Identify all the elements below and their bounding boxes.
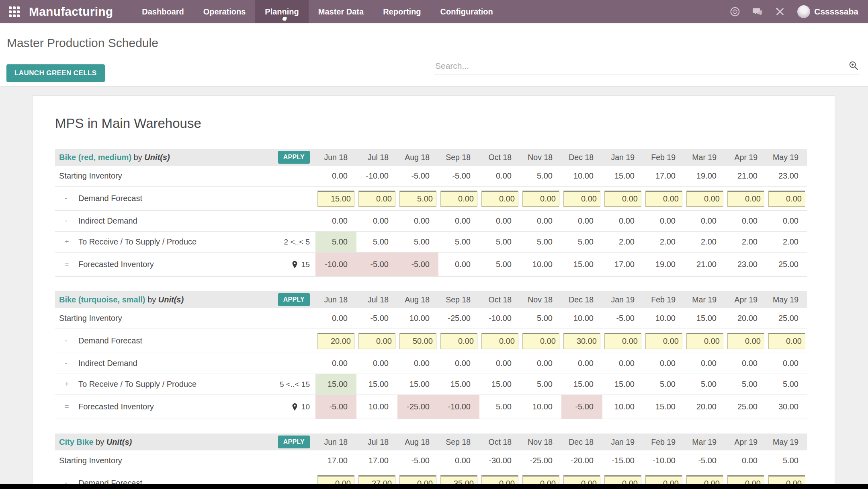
menu-item-master-data[interactable]: Master Data bbox=[309, 0, 373, 23]
apply-cell: APPLY bbox=[256, 293, 315, 306]
demand-forecast-input[interactable]: 0.00 bbox=[604, 333, 641, 349]
search-input[interactable] bbox=[434, 59, 859, 74]
demand-forecast-input[interactable]: 5.00 bbox=[399, 191, 436, 207]
menu-item-operations[interactable]: Operations bbox=[194, 0, 256, 23]
month-header-cell: Feb 19 bbox=[643, 438, 684, 447]
starting-value-cell: -5.00 bbox=[397, 450, 438, 471]
search-magnifier-icon[interactable] bbox=[848, 60, 859, 71]
launch-green-cells-button[interactable]: LAUNCH GREEN CELLS bbox=[6, 64, 105, 82]
product-header-row: Bike (turquoise, small) by Unit(s)APPLYJ… bbox=[55, 291, 807, 308]
to-receive-value-cell: 15.00 bbox=[438, 374, 479, 394]
messages-chat-icon[interactable] bbox=[752, 6, 763, 17]
forecasted-value-cell: 15.00 bbox=[561, 253, 602, 276]
replenish-range-indicator: 5 <..< 15 bbox=[280, 380, 310, 389]
starting-value-cell: -5.00 bbox=[356, 308, 397, 329]
app-title[interactable]: Manufacturing bbox=[29, 5, 113, 18]
indicator-cell: 15 bbox=[256, 253, 315, 276]
menu-item-reporting[interactable]: Reporting bbox=[373, 0, 430, 23]
activities-clock-icon[interactable] bbox=[730, 6, 740, 17]
demand-forecast-input[interactable]: 0.00 bbox=[481, 191, 518, 207]
product-header-row: Bike (red, medium) by Unit(s)APPLYJun 18… bbox=[55, 149, 807, 166]
demand-forecast-input[interactable]: 0.00 bbox=[686, 191, 723, 207]
indirect-value-cell: 0.00 bbox=[766, 353, 807, 374]
demand-forecast-input[interactable]: 20.00 bbox=[317, 333, 354, 349]
month-header-cell: Jun 18 bbox=[315, 153, 356, 162]
indirect-value-cell: 0.00 bbox=[643, 353, 684, 374]
demand-forecast-input[interactable]: 0.00 bbox=[768, 333, 805, 349]
product-name-link[interactable]: Bike (turquoise, small) bbox=[59, 295, 145, 304]
safety-stock-target: 10 bbox=[301, 403, 310, 411]
starting-value-cell: 15.00 bbox=[602, 166, 643, 186]
month-header-cell: Jan 19 bbox=[602, 153, 643, 162]
forecasted-value-cell: 20.00 bbox=[684, 395, 725, 419]
month-header-cell: May 19 bbox=[766, 295, 807, 304]
demand-forecast-input[interactable]: 0.00 bbox=[481, 333, 518, 349]
starting-value-cell: 21.00 bbox=[725, 166, 766, 186]
row-label-text: To Receive / To Supply / Produce bbox=[78, 380, 197, 389]
menu-item-configuration[interactable]: Configuration bbox=[431, 0, 503, 23]
indicator-cell bbox=[256, 329, 315, 353]
user-menu[interactable]: Csssssaba bbox=[797, 5, 858, 18]
row-label-text: Forecasted Inventory bbox=[78, 260, 154, 269]
indirect-value-cell: 0.00 bbox=[725, 353, 766, 374]
demand-forecast-input[interactable]: 50.00 bbox=[399, 333, 436, 349]
demand-forecast-input[interactable]: 30.00 bbox=[563, 333, 600, 349]
product-name-link[interactable]: City Bike bbox=[59, 438, 94, 446]
product-name-link[interactable]: Bike (red, medium) bbox=[59, 153, 131, 162]
demand-forecast-input[interactable]: 0.00 bbox=[727, 333, 764, 349]
to-receive-value-cell: 15.00 bbox=[479, 374, 520, 394]
product-unit: Unit(s) bbox=[106, 438, 132, 446]
demand-forecast-input[interactable]: 0.00 bbox=[440, 333, 477, 349]
month-header-cell: Sep 18 bbox=[438, 295, 479, 304]
apply-button[interactable]: APPLY bbox=[278, 293, 310, 306]
indirect-row: -Indirect Demand0.000.000.000.000.000.00… bbox=[55, 353, 807, 374]
starting-value-cell: 17.00 bbox=[356, 450, 397, 471]
demand-forecast-input[interactable]: 0.00 bbox=[522, 333, 559, 349]
demand-input-wrap: 20.00 bbox=[315, 329, 356, 353]
starting-value-cell: -5.00 bbox=[602, 308, 643, 329]
to-receive-value-cell: 5.00 bbox=[479, 232, 520, 252]
demand-forecast-input[interactable]: 0.00 bbox=[686, 333, 723, 349]
demand-forecast-input[interactable]: 0.00 bbox=[440, 191, 477, 207]
month-header-cell: Jul 18 bbox=[356, 153, 397, 162]
row-prefix: - bbox=[65, 194, 78, 203]
demand-forecast-input[interactable]: 0.00 bbox=[727, 191, 764, 207]
month-header-cell: Jun 18 bbox=[315, 438, 356, 447]
forecasted-value-cell: 15.00 bbox=[643, 395, 684, 419]
demand-forecast-input[interactable]: 0.00 bbox=[645, 333, 682, 349]
demand-input-wrap: 50.00 bbox=[397, 329, 438, 353]
forecasted-value-cell: -5.00 bbox=[315, 395, 356, 419]
starting-value-cell: 5.00 bbox=[520, 308, 561, 329]
starting-value-cell: -5.00 bbox=[397, 166, 438, 186]
menu-item-dashboard[interactable]: Dashboard bbox=[132, 0, 193, 23]
demand-forecast-input[interactable]: 0.00 bbox=[604, 191, 641, 207]
demand-forecast-input[interactable]: 0.00 bbox=[358, 333, 395, 349]
indirect-value-cell: 0.00 bbox=[438, 353, 479, 374]
forecasted-value-cell: 0.00 bbox=[438, 253, 479, 276]
row-label: =Forecasted Inventory bbox=[55, 253, 256, 276]
demand-row: -Demand Forecast15.000.005.000.000.000.0… bbox=[55, 187, 807, 211]
demand-input-wrap: 30.00 bbox=[561, 329, 602, 353]
apply-button[interactable]: APPLY bbox=[278, 436, 310, 448]
demand-forecast-input[interactable]: 0.00 bbox=[522, 191, 559, 207]
indicator-cell bbox=[256, 187, 315, 210]
by-label: by bbox=[96, 438, 104, 446]
indirect-row: -Indirect Demand0.000.000.000.000.000.00… bbox=[55, 211, 807, 232]
forecasted-value-cell: 10.00 bbox=[520, 253, 561, 276]
starting-value-cell: 0.00 bbox=[725, 450, 766, 471]
demand-forecast-input[interactable]: 15.00 bbox=[317, 191, 354, 207]
apps-grid-icon[interactable] bbox=[8, 6, 20, 18]
demand-forecast-input[interactable]: 0.00 bbox=[563, 191, 600, 207]
to-receive-value-cell: 2.00 bbox=[684, 232, 725, 252]
starting-value-cell: 0.00 bbox=[479, 166, 520, 186]
menu-item-planning[interactable]: Planning bbox=[255, 0, 308, 23]
month-header-cell: Aug 18 bbox=[397, 153, 438, 162]
tools-icon[interactable] bbox=[775, 6, 785, 17]
demand-forecast-input[interactable]: 0.00 bbox=[768, 191, 805, 207]
to-receive-value-cell: 5.00 bbox=[397, 232, 438, 252]
apply-button[interactable]: APPLY bbox=[278, 151, 310, 164]
demand-forecast-input[interactable]: 0.00 bbox=[645, 191, 682, 207]
month-header-cell: Aug 18 bbox=[397, 438, 438, 447]
mps-heading: MPS in Main Warehouse bbox=[55, 116, 835, 131]
demand-forecast-input[interactable]: 0.00 bbox=[358, 191, 395, 207]
